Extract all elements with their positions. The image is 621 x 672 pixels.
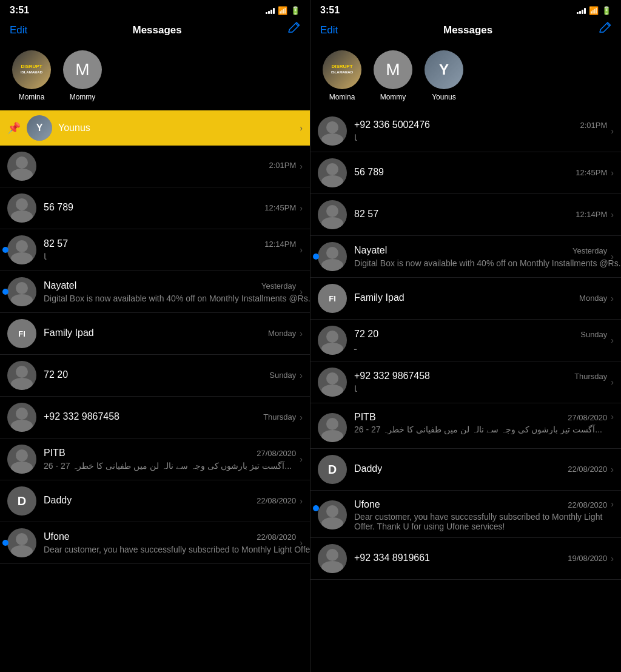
right-msg8-content: Daddy 22/08/2020 (354, 463, 607, 476)
svg-point-11 (11, 420, 33, 432)
right-msg6-chevron: › (611, 377, 614, 387)
list-item[interactable]: 82 57 12:14PM › (310, 194, 621, 236)
left-msg0-time: 2:01PM (269, 161, 297, 170)
right-phone: 3:51 📶 🔋 Edit Messages (310, 0, 621, 672)
list-item[interactable]: 56 789 12:45PM › (310, 152, 621, 194)
right-msg1-name: 56 789 (354, 167, 384, 178)
right-younus-label: Younus (432, 93, 456, 101)
left-msg2-name: 82 57 (44, 238, 68, 249)
left-msg0-content: 2:01PM (44, 161, 296, 172)
list-item[interactable]: PITB 27/08/2020 26 - 27 آگست تیز بارشوں … (310, 403, 621, 449)
svg-point-19 (321, 175, 343, 187)
left-msg7-avatar (7, 445, 36, 474)
svg-point-6 (16, 282, 28, 294)
right-msg2-chevron: › (611, 210, 614, 220)
left-pinned-mommy[interactable]: M Mommy (63, 50, 102, 101)
left-msg5-content: 72 20 Sunday (44, 369, 296, 382)
right-msg4-chevron: › (611, 294, 614, 303)
left-msg3-unread-dot (2, 289, 8, 295)
right-msg10-chevron: › (611, 554, 614, 563)
list-item[interactable]: FI Family Ipad Monday › (310, 278, 621, 320)
list-item[interactable]: +92 332 9867458 Thursday ﺎ › (310, 361, 621, 403)
right-compose-button[interactable] (598, 22, 611, 38)
left-time: 3:51 (10, 5, 29, 16)
svg-point-31 (321, 517, 343, 529)
right-messages-title: Messages (443, 24, 492, 36)
right-time: 3:51 (320, 5, 340, 16)
right-msg8-name: Daddy (354, 463, 382, 474)
list-item[interactable]: 72 20 Sunday › (0, 355, 310, 397)
list-item[interactable]: +92 336 5002476 2:01PM ﺎ › (310, 110, 621, 152)
right-msg6-time: Thursday (574, 372, 607, 381)
left-msg4-chevron: › (300, 329, 303, 338)
svg-point-25 (321, 343, 343, 355)
left-msg1-avatar (7, 193, 36, 223)
list-item[interactable]: FI Family Ipad Monday › (0, 313, 310, 355)
list-item[interactable]: 72 20 Sunday ـ › (310, 320, 621, 361)
left-msg2-time: 12:14PM (264, 240, 296, 249)
left-msg3-name: Nayatel (44, 280, 76, 291)
left-msg2-chevron: › (300, 245, 303, 255)
right-momina-label: Momina (329, 93, 355, 101)
list-item[interactable]: +92 332 9867458 Thursday › (0, 397, 310, 438)
right-msg1-content: 56 789 12:45PM (354, 167, 607, 180)
left-pinned-younus[interactable]: 📌 Y Younus › (0, 110, 310, 146)
right-battery-icon: 🔋 (602, 6, 611, 15)
right-msg5-preview: ـ (354, 342, 357, 352)
right-pinned-mommy[interactable]: M Mommy (374, 50, 412, 101)
right-pinned-younus[interactable]: Y Younus (425, 50, 463, 101)
list-item[interactable]: +92 334 8919661 19/08/2020 › (310, 538, 621, 580)
right-msg0-name: +92 336 5002476 (354, 119, 430, 130)
left-msg9-unread-dot (2, 540, 8, 546)
svg-point-33 (321, 561, 343, 573)
left-younus-avatar: Y (27, 115, 52, 141)
left-msg0-avatar (7, 152, 36, 181)
list-item[interactable]: 82 57 12:14PM ﺎ › (0, 229, 310, 271)
left-younus-chevron: › (300, 123, 303, 133)
svg-point-28 (326, 418, 338, 430)
list-item[interactable]: D Daddy 22/08/2020 › (310, 449, 621, 491)
right-msg9-chevron: › (611, 499, 614, 509)
list-item[interactable]: Nayatel Yesterday Digital Box is now ava… (0, 271, 310, 313)
list-item[interactable]: Ufone 22/08/2020 Dear customer, you have… (310, 491, 621, 538)
left-message-list: 2:01PM › 56 789 12:45PM › (0, 146, 310, 672)
right-edit-button[interactable]: Edit (320, 24, 338, 36)
left-msg7-time: 27/08/2020 (257, 449, 296, 458)
svg-point-26 (326, 372, 338, 385)
right-header: Edit Messages (310, 18, 621, 44)
svg-point-9 (11, 378, 33, 390)
right-msg9-time: 22/08/2020 (568, 500, 607, 509)
left-msg9-content: Ufone 22/08/2020 Dear customer, you have… (44, 531, 296, 555)
left-edit-button[interactable]: Edit (10, 24, 27, 36)
left-signal-icon (266, 7, 275, 14)
list-item[interactable]: 2:01PM › (0, 146, 310, 187)
left-msg2-unread-dot (2, 247, 8, 253)
right-msg10-name: +92 334 8919661 (354, 553, 430, 563)
left-phone: 3:51 📶 🔋 Edit Messages (0, 0, 310, 672)
left-msg4-time: Monday (268, 329, 296, 338)
list-item[interactable]: PITB 27/08/2020 26 - 27 آگست تیز بارشوں … (0, 438, 310, 480)
left-msg2-avatar (7, 235, 36, 264)
right-msg3-content: Nayatel Yesterday Digital Box is now ava… (354, 245, 607, 269)
right-msg0-preview: ﺎ (354, 133, 357, 143)
right-msg3-avatar (318, 242, 347, 271)
right-msg8-chevron: › (611, 465, 614, 474)
right-msg0-content: +92 336 5002476 2:01PM ﺎ (354, 119, 607, 143)
left-pinned-momina[interactable]: DISRUPTISLAMABAD Momina (12, 50, 51, 101)
svg-point-8 (16, 366, 28, 378)
left-compose-button[interactable] (287, 22, 300, 38)
left-msg0-chevron: › (300, 161, 303, 171)
svg-point-29 (321, 430, 343, 442)
left-msg8-content: Daddy 22/08/2020 (44, 495, 296, 508)
svg-point-2 (16, 198, 28, 210)
list-item[interactable]: D Daddy 22/08/2020 › (0, 480, 310, 522)
left-msg4-content: Family Ipad Monday (44, 328, 296, 340)
right-msg2-time: 12:14PM (576, 210, 607, 219)
right-pinned-momina[interactable]: DISRUPTISLAMABAD Momina (323, 50, 361, 101)
list-item[interactable]: Nayatel Yesterday Digital Box is now ava… (310, 236, 621, 278)
left-status-bar: 3:51 📶 🔋 (0, 0, 310, 18)
left-msg8-avatar: D (7, 486, 36, 516)
list-item[interactable]: 56 789 12:45PM › (0, 187, 310, 229)
list-item[interactable]: Ufone 22/08/2020 Dear customer, you have… (0, 522, 310, 564)
left-msg9-name: Ufone (44, 531, 70, 542)
